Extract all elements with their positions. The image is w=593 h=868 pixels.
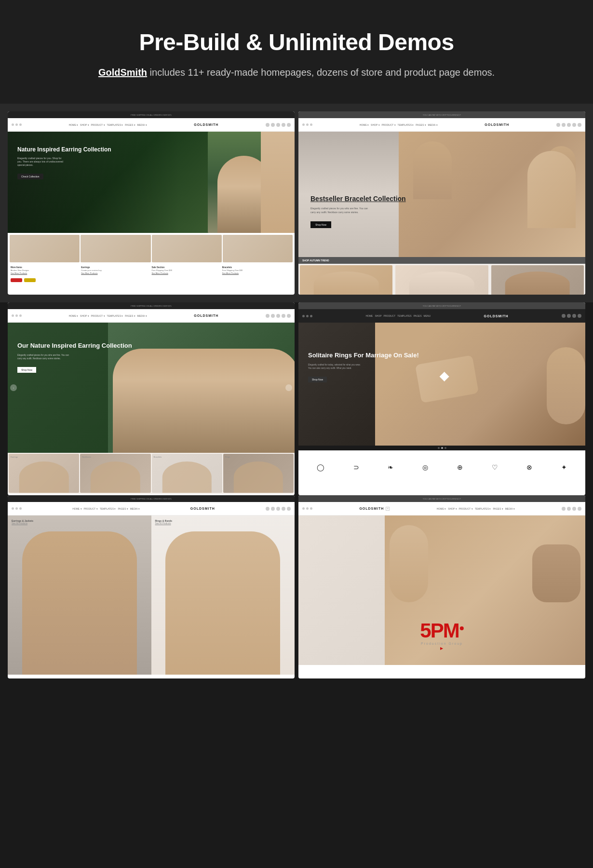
- demo6-top-bar: YOU CAN PAY WITH CRYPTOCURRENCY!: [298, 495, 585, 502]
- demo3-hero-btn[interactable]: Shop Now: [17, 367, 36, 373]
- demo-card-1[interactable]: FREE SHIPPING ON ALL ORDERS OVER $75 HOM…: [8, 111, 295, 295]
- nav-dot: [12, 123, 14, 126]
- nav-dot: [19, 314, 22, 317]
- demo1-hero-desc: Elegantly crafted pieces for you. Shop f…: [17, 157, 66, 167]
- demo3-nav-dots: [12, 314, 22, 317]
- demo2-hero-content: Bestseller Bracelet Collection Elegantly…: [310, 194, 406, 228]
- product-thumb-1: [10, 235, 80, 262]
- thumb-3: [491, 265, 584, 295]
- demo5-nav-icons: [266, 507, 291, 511]
- demo1-hero-content: Nature Inspired Earring Collection Elega…: [17, 146, 111, 179]
- demo4-carousel-dots: [298, 446, 585, 450]
- demo1-nav-links: HOME ▾ SHOP ▾ PRODUCT ▾ TEMPLATES ▾ PAGE…: [69, 123, 147, 126]
- demo3-top-bar: FREE SHIPPING ON ALL ORDERS OVER $75: [8, 302, 295, 309]
- wishlist-icon: [271, 314, 275, 318]
- demo5-navbar: HOME ▾ PRODUCT ▾ TEMPLATES ▾ PAGES ▾ MED…: [8, 502, 295, 515]
- demo5-logo: GOLDSMITH: [190, 507, 215, 510]
- demos-grid: FREE SHIPPING ON ALL ORDERS OVER $75 HOM…: [0, 104, 593, 302]
- demo3-hero-person: [108, 323, 295, 453]
- demo-card-3[interactable]: FREE SHIPPING ON ALL ORDERS OVER $75 HOM…: [8, 302, 295, 495]
- user-icon: [578, 314, 581, 318]
- demo1-hero-title: Nature Inspired Earring Collection: [17, 146, 111, 154]
- demo6-logo: GOLDSMITH: [359, 507, 384, 510]
- user-icon: [282, 507, 285, 511]
- demo1-product-grid: [8, 233, 295, 264]
- demo5-nav-links: HOME ▾ PRODUCT ▾ TEMPLATES ▾ PAGES ▾ MED…: [72, 507, 139, 510]
- carousel-dot: [445, 447, 446, 449]
- search-icon: [562, 507, 566, 511]
- carousel-dot-active: [441, 447, 443, 449]
- feature-item-2: Earrings Create your custom buy See More…: [81, 266, 150, 274]
- demo4-hero: Solitaire Rings For Marriage On Sale! El…: [298, 323, 585, 446]
- nav-dot: [19, 507, 22, 510]
- logo-subtitle: Production Group: [420, 642, 463, 645]
- user-icon: [578, 507, 581, 511]
- demo3-hero-content: Our Nature Inspired Earring Collection E…: [17, 342, 132, 373]
- demo2-hero-image: [399, 132, 585, 257]
- feature-item-3: Sale Section Free Shipping Over $30 See …: [152, 266, 221, 274]
- demo-card-4[interactable]: YOU CAN PAY WITH CRYPTOCURRENCY! HOME SH…: [298, 302, 585, 495]
- demo2-hero-title: Bestseller Bracelet Collection: [310, 194, 406, 203]
- demo-card-6[interactable]: YOU CAN PAY WITH CRYPTOCURRENCY! GOLDSMI…: [298, 495, 585, 678]
- demo2-navbar: HOME ▾ SHOP ▾ PRODUCT ▾ TEMPLATES ▾ PAGE…: [298, 118, 585, 132]
- demo-card-5[interactable]: FREE SHIPPING ON ALL ORDERS OVER $75 HOM…: [8, 495, 295, 678]
- nav-dot: [15, 314, 18, 317]
- demo5-hero-right: Rings & Bands See All Products: [151, 515, 295, 675]
- demo5-hero-left: Earrings & Jackets See All Products: [8, 515, 151, 675]
- demo2-bottom-label: SHOP AUTUMN TREND: [298, 257, 585, 264]
- demo6-nav-dots: [302, 507, 312, 510]
- demo3-bottom-strip: Earrings Necklaces Bracelets Rings: [8, 453, 295, 494]
- demo6-hero-image: [385, 515, 586, 665]
- demo-card-2[interactable]: YOU CAN PAY WITH CRYPTOCURRENCY! HOME ▾ …: [298, 111, 585, 295]
- ring-icon: ◯: [317, 463, 324, 472]
- demo1-logo: GOLDSMITH: [194, 123, 218, 126]
- search-icon: [556, 123, 560, 127]
- nav-dot: [12, 314, 14, 317]
- demo1-hero-btn[interactable]: Check Collection: [17, 174, 43, 179]
- nav-dot: [15, 123, 18, 126]
- menu-icon: [287, 123, 291, 127]
- demo1-hero-side: [261, 132, 295, 233]
- demo5-right-label: Rings & Bands See All Products: [155, 519, 173, 525]
- menu-icon: [287, 507, 291, 511]
- thumb-1: [300, 265, 392, 295]
- demo3-nav-links: HOME ▾ SHOP ▾ PRODUCT ▾ TEMPLATES ▾ PAGE…: [69, 314, 147, 317]
- wishlist-icon: [271, 507, 275, 511]
- menu-icon: [287, 314, 291, 318]
- necklace-icon: ◎: [422, 463, 428, 472]
- cart-icon: [567, 123, 571, 127]
- demo6-nav-icons: [562, 507, 581, 511]
- demo5-top-bar: FREE SHIPPING ON ALL ORDERS OVER $75: [8, 495, 295, 502]
- search-icon: [266, 123, 270, 127]
- search-icon: [266, 507, 270, 511]
- wishlist-icon: [271, 123, 275, 127]
- badge-yellow: [24, 278, 36, 282]
- demo4-hero-content: Solitaire Rings For Marriage On Sale! El…: [308, 352, 419, 382]
- demo2-hero-desc: Elegantly crafted pieces for you who are…: [310, 207, 368, 214]
- product-thumb-4: [223, 235, 293, 262]
- product-thumb-3: [152, 235, 222, 262]
- nav-dot: [15, 507, 18, 510]
- demo4-nav-links: HOME SHOP PRODUCT TEMPLATES PAGES MENU: [365, 314, 431, 317]
- demo3-arrow-right[interactable]: [285, 384, 292, 391]
- feature-item-4: Bracelets Free Shipping Over $30 See Mor…: [222, 266, 292, 274]
- youtube-icon: ▶: [420, 646, 463, 651]
- demo2-logo: GOLDSMITH: [485, 123, 509, 126]
- header: Pre-Build & Unlimited Demos GoldSmith in…: [0, 0, 593, 104]
- header-subtitle: GoldSmith includes 11+ ready-made homepa…: [19, 65, 574, 80]
- demo4-nav-dots: [302, 315, 312, 317]
- product-thumb-2: [81, 235, 150, 262]
- demo4-hero-btn[interactable]: Shop Now: [308, 377, 327, 382]
- demo2-hero-btn[interactable]: Shop Now: [310, 221, 331, 228]
- demo2-hero: Bestseller Bracelet Collection Elegantly…: [298, 132, 585, 257]
- nav-dot: [310, 123, 312, 126]
- nav-dot: [310, 507, 312, 510]
- demo1-badges: [8, 276, 295, 284]
- demo3-hero-title: Our Nature Inspired Earring Collection: [17, 342, 132, 350]
- nav-dot: [302, 507, 305, 510]
- demo3-arrow-left[interactable]: ‹: [10, 384, 17, 391]
- demo1-hero: Nature Inspired Earring Collection Elega…: [8, 132, 295, 233]
- cart-icon: [276, 314, 280, 318]
- search-icon: [562, 314, 566, 318]
- demo5-hero: Earrings & Jackets See All Products Ring…: [8, 515, 295, 675]
